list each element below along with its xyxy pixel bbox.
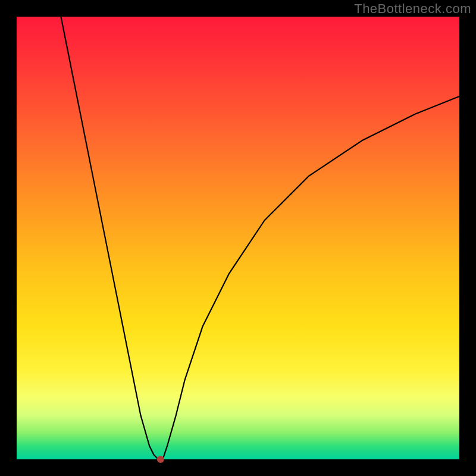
- plot-outer: [17, 17, 459, 459]
- chart-frame: TheBottleneck.com: [0, 0, 476, 476]
- bottleneck-curve-left: [61, 17, 158, 459]
- bottleneck-curve-right: [163, 96, 459, 459]
- vertex-marker: [157, 456, 164, 463]
- curve-layer: [17, 17, 459, 459]
- watermark-text: TheBottleneck.com: [354, 1, 471, 17]
